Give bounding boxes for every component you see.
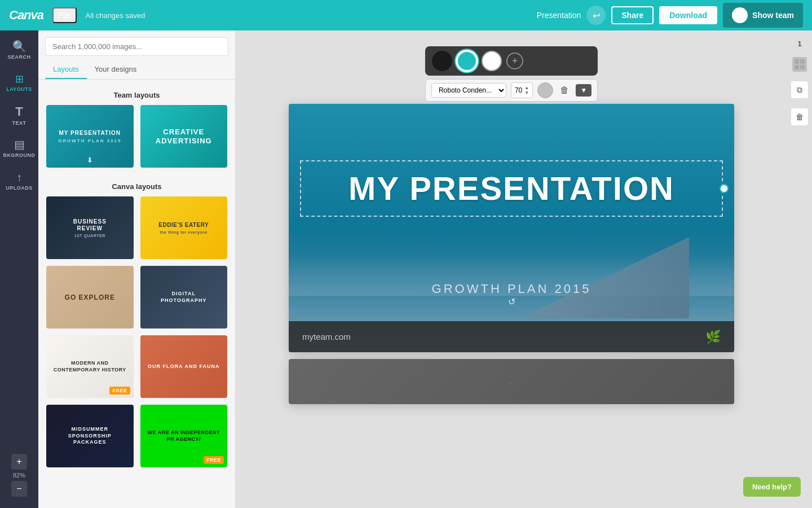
zoom-controls: + 82% − xyxy=(11,454,27,503)
title-selection-box[interactable]: MY PRESENTATION xyxy=(300,160,723,217)
need-help-button[interactable]: Need help? xyxy=(743,477,801,497)
font-format-row: Roboto Conden... 70 ▲▼ 🗑 ▼ xyxy=(425,79,598,102)
uploads-icon: ↑ xyxy=(16,172,22,183)
sidebar-item-background[interactable]: ▤ BKGROUND xyxy=(2,133,36,164)
add-color-button[interactable]: + xyxy=(506,52,523,69)
canva-layouts-title: Canva layouts xyxy=(38,178,235,195)
canvas-workspace: + Roboto Conden... 70 ▲▼ 🗑 ▼ xyxy=(236,30,787,508)
file-menu-button[interactable]: File xyxy=(52,7,77,23)
canva-layouts-grid: BUSINESSREVIEW 1ST QUARTER EDDIE'S EATER… xyxy=(38,195,235,478)
team-layouts-title: Team layouts xyxy=(38,86,235,104)
slide-1-canvas: MY PRESENTATION GROWTH PLAN 2015 ↺ mytea… xyxy=(289,104,734,352)
sidebar-item-search-label: SEARCH xyxy=(7,54,30,60)
download-icon-small: ⬇ xyxy=(87,156,93,164)
layout-card-eddies-eatery[interactable]: EDDIE'S EATERY the thing for everyone xyxy=(139,195,229,260)
search-icon: 🔍 xyxy=(12,41,27,52)
text-format-toolbar: + Roboto Conden... 70 ▲▼ 🗑 ▼ xyxy=(425,46,598,102)
main-canvas-area: + Roboto Conden... 70 ▲▼ 🗑 ▼ xyxy=(236,30,812,508)
canva-logo: Canva xyxy=(9,8,43,23)
sidebar-item-text-label: TEXT xyxy=(12,120,26,126)
avatar xyxy=(732,7,748,23)
undo-button[interactable]: ↩ xyxy=(586,6,606,25)
slide-1[interactable]: MY PRESENTATION GROWTH PLAN 2015 ↺ mytea… xyxy=(289,104,734,352)
color-swatch-black[interactable] xyxy=(432,51,452,71)
layout-card-go-explore[interactable]: GO EXPLORE xyxy=(45,265,135,330)
sidebar-item-layouts[interactable]: ⊞ LAYOUTS xyxy=(2,68,36,98)
top-navigation: Canva File All changes saved Presentatio… xyxy=(0,0,812,30)
slide-footer: myteam.com 🌿 xyxy=(289,321,734,352)
sidebar-item-layouts-label: LAYOUTS xyxy=(6,86,32,92)
resize-handle[interactable] xyxy=(720,184,729,193)
more-options-button[interactable]: ▼ xyxy=(576,84,592,97)
copy-slide-button[interactable]: ⧉ xyxy=(791,81,809,99)
undo-icon: ↩ xyxy=(593,10,600,21)
font-size-input-wrap: 70 ▲▼ xyxy=(511,82,533,98)
download-button[interactable]: Download xyxy=(659,6,717,24)
color-picker-row: + xyxy=(425,46,598,76)
layouts-panel: Layouts Your designs Team layouts MY PRE… xyxy=(38,30,236,508)
slide-2[interactable]: ... xyxy=(289,359,734,404)
delete-slide-button[interactable]: 🗑 xyxy=(791,108,809,126)
color-swatch-blue[interactable] xyxy=(457,51,477,71)
free-badge: FREE xyxy=(109,387,130,395)
free-badge-2: FREE xyxy=(204,456,224,464)
page-number: 1 xyxy=(797,40,801,48)
tab-layouts[interactable]: Layouts xyxy=(45,60,87,79)
color-swatch-white[interactable] xyxy=(482,51,502,71)
layout-card-pr-agency[interactable]: WE ARE AN INDEPENDENT PR AGENCY/ FREE xyxy=(139,404,229,468)
zoom-level: 82% xyxy=(13,472,25,479)
slide-overlay xyxy=(289,104,734,352)
layout-card-modern-history[interactable]: MODERN AND CONTEMPORARY HISTORY FREE xyxy=(45,334,135,399)
slide-footer-url: myteam.com xyxy=(302,332,351,341)
sidebar-item-background-label: BKGROUND xyxy=(3,152,36,158)
slide-2-canvas: ... xyxy=(289,359,734,404)
layout-card-digital-photography[interactable]: DIGITALPHOTOGRAPHY xyxy=(139,265,229,330)
search-input[interactable] xyxy=(45,37,228,56)
slide-main-title: MY PRESENTATION xyxy=(310,170,713,207)
zoom-in-button[interactable]: + xyxy=(11,454,27,470)
slide-1-container: MY PRESENTATION GROWTH PLAN 2015 ↺ mytea… xyxy=(247,104,776,352)
left-sidebar: 🔍 SEARCH ⊞ LAYOUTS T TEXT ▤ BKGROUND ↑ U… xyxy=(0,30,38,508)
layouts-icon: ⊞ xyxy=(15,74,24,84)
layout-card-flora-fauna[interactable]: OUR FLORA AND FAUNA xyxy=(139,334,229,399)
layout-card-creative-advertising[interactable]: CREATIVEADVERTISING xyxy=(139,104,229,169)
background-icon: ▤ xyxy=(14,139,25,150)
save-status: All changes saved xyxy=(86,11,145,20)
text-color-swatch[interactable] xyxy=(537,82,553,98)
sidebar-item-text[interactable]: T TEXT xyxy=(2,100,36,131)
panel-tabs: Layouts Your designs xyxy=(38,60,235,80)
font-size-arrows[interactable]: ▲▼ xyxy=(524,85,529,95)
grid-view-icon[interactable] xyxy=(792,57,807,72)
show-team-button[interactable]: Show team xyxy=(723,3,803,28)
layout-card-my-presentation[interactable]: MY PRESENTATION GROWTH PLAN 2015 ⬇ xyxy=(45,104,135,169)
sidebar-item-search[interactable]: 🔍 SEARCH xyxy=(2,35,36,65)
slide-2-container: ... xyxy=(247,359,776,404)
right-panel: 1 ⧉ 🗑 xyxy=(787,30,812,508)
delete-text-button[interactable]: 🗑 xyxy=(558,83,571,98)
sidebar-item-uploads-label: UPLOADS xyxy=(6,185,33,191)
zoom-out-button[interactable]: − xyxy=(11,481,27,497)
leaf-icon: 🌿 xyxy=(705,330,721,344)
cursor-indicator: ↺ xyxy=(508,297,515,306)
team-layouts-grid: MY PRESENTATION GROWTH PLAN 2015 ⬇ CREAT… xyxy=(38,104,235,178)
slide-subtitle-wrap: GROWTH PLAN 2015 ↺ xyxy=(289,277,734,307)
share-button[interactable]: Share xyxy=(611,6,654,24)
font-family-select[interactable]: Roboto Conden... xyxy=(431,83,506,98)
tab-your-designs[interactable]: Your designs xyxy=(87,60,145,79)
sidebar-item-uploads[interactable]: ↑ UPLOADS xyxy=(2,166,36,196)
slide-subtitle: GROWTH PLAN 2015 xyxy=(289,282,734,296)
slide-2-placeholder: ... xyxy=(509,378,514,386)
nav-right-controls: Presentation ↩ Share Download Show team xyxy=(537,3,803,28)
font-size-value: 70 xyxy=(515,86,522,94)
text-icon: T xyxy=(15,106,23,118)
presentation-label: Presentation xyxy=(537,11,581,20)
search-wrap xyxy=(38,30,235,60)
layout-card-business-review[interactable]: BUSINESSREVIEW 1ST QUARTER xyxy=(45,195,135,260)
layout-card-midsummer[interactable]: MIDSUMMERSPONSORSHIP PACKAGES xyxy=(45,404,135,468)
show-team-label: Show team xyxy=(752,11,794,20)
